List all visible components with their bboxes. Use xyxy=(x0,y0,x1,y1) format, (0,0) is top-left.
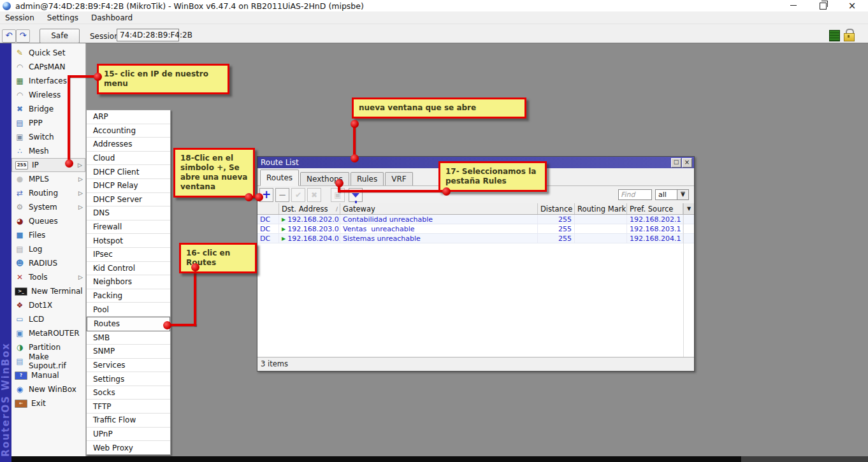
column-gateway[interactable]: Gateway xyxy=(340,203,538,214)
sidebar-item[interactable]: ▣ Switch ▷ xyxy=(11,130,85,144)
ip-submenu-item[interactable]: Settings xyxy=(87,372,170,386)
route-active-icon: ▶ xyxy=(282,226,286,232)
filter-scope-select[interactable]: all xyxy=(655,189,677,200)
ip-submenu-item[interactable]: Firewall xyxy=(87,220,170,235)
close-button[interactable]: × xyxy=(844,1,860,11)
ip-submenu-item[interactable]: Cloud xyxy=(87,152,170,166)
route-list-maximize-button[interactable]: □ xyxy=(671,158,681,168)
ip-submenu-item[interactable]: Packing xyxy=(87,289,170,303)
tools-icon: ✕ xyxy=(15,273,25,282)
sidebar-item[interactable]: ◠ CAPsMAN ▷ xyxy=(11,60,85,74)
ip-submenu-item-label: Kid Control xyxy=(93,264,135,273)
sidebar-item[interactable]: ▭ LCD ▷ xyxy=(11,312,85,326)
menu-session[interactable]: Session xyxy=(5,13,34,22)
ip-submenu-item[interactable]: Hotspot xyxy=(87,234,170,248)
dot1x-icon: ❖ xyxy=(15,301,25,310)
ip-submenu-item[interactable]: SMB xyxy=(87,331,170,345)
ip-submenu-item[interactable]: Kid Control xyxy=(87,262,170,276)
enable-button[interactable]: ✔ xyxy=(291,188,305,202)
sidebar-item[interactable]: ▤ Make Supout.rif ▷ xyxy=(11,354,85,368)
route-list-tab[interactable]: VRF xyxy=(385,172,412,185)
sidebar-item[interactable]: ∴ Mesh ▷ xyxy=(11,144,85,158)
ip-submenu-item[interactable]: Accounting xyxy=(87,124,170,138)
disable-button[interactable]: ✖ xyxy=(307,188,321,202)
restore-icon xyxy=(820,3,827,10)
manual-help-icon: ? xyxy=(15,372,27,380)
connector-dot xyxy=(94,73,102,81)
sidebar-item[interactable]: ● MPLS ▷ xyxy=(11,172,85,186)
sidebar-item-label: Mesh xyxy=(29,147,49,155)
sidebar-item[interactable]: ◠ Wireless ▷ xyxy=(11,88,85,102)
sidebar-item[interactable]: ▣ MetaROUTER ▷ xyxy=(11,326,85,340)
route-row[interactable]: DC ▶192.168.202.0... Contabilidad unreac… xyxy=(257,215,694,224)
sidebar-item[interactable]: ✕ Tools ▷ xyxy=(11,270,85,284)
ip-submenu-item-label: Web Proxy xyxy=(93,444,133,452)
route-flags: DC xyxy=(257,215,279,224)
sidebar-item[interactable]: >_ New Terminal ▷ xyxy=(11,284,85,298)
ip-submenu-item[interactable]: Web Proxy xyxy=(87,441,170,454)
ip-submenu-item[interactable]: Routes xyxy=(87,317,170,331)
sidebar-item[interactable]: ☻ RADIUS ▷ xyxy=(11,256,85,270)
sidebar-item[interactable]: ▤ Log ▷ xyxy=(11,242,85,256)
column-dst-address[interactable]: Dst. Address∕ xyxy=(279,203,340,214)
taskbar-strip-right xyxy=(741,456,868,462)
restore-button[interactable] xyxy=(814,1,831,11)
ip-submenu-item[interactable]: TFTP xyxy=(87,400,170,414)
sidebar-item[interactable]: ⇄ Routing ▷ xyxy=(11,186,85,200)
column-routing-mark[interactable]: Routing Mark xyxy=(575,203,627,214)
ip-submenu-item[interactable]: SNMP xyxy=(87,345,170,359)
session-field[interactable]: 74:4D:28:B9:F4:2B xyxy=(117,29,179,41)
sidebar-item[interactable]: ← Exit ▷ xyxy=(11,396,85,410)
ip-submenu-item-label: SMB xyxy=(93,333,110,342)
ip-submenu-item[interactable]: UPnP xyxy=(87,428,170,442)
sidebar-item-label: Routing xyxy=(29,189,58,198)
ip-submenu-item[interactable]: ARP xyxy=(87,110,170,124)
sidebar-item[interactable]: ◉ New WinBox ▷ xyxy=(11,382,85,396)
menubar: Session Settings Dashboard xyxy=(0,11,868,24)
remove-route-button[interactable]: − xyxy=(275,188,289,202)
menu-settings[interactable]: Settings xyxy=(47,13,78,22)
connector-line xyxy=(338,190,447,192)
sidebar-item[interactable]: ✖ Bridge ▷ xyxy=(11,102,85,116)
ip-submenu-item[interactable]: DHCP Client xyxy=(87,165,170,179)
column-chooser-button[interactable]: ▼ xyxy=(683,203,694,214)
sidebar-item[interactable]: ◕ Queues ▷ xyxy=(11,214,85,228)
sidebar-item[interactable]: ⚙ System ▷ xyxy=(11,200,85,214)
route-list-tab[interactable]: Rules xyxy=(351,172,384,185)
sidebar-item[interactable]: ❖ Dot1X ▷ xyxy=(11,298,85,312)
ip-submenu-item[interactable]: IPsec xyxy=(87,248,170,262)
route-gateway: Sistemas unreachable xyxy=(340,234,538,243)
sidebar-item[interactable]: 255 IP ▷ xyxy=(11,158,85,172)
route-list-close-button[interactable]: × xyxy=(682,158,692,168)
column-pref-source[interactable]: Pref. Source xyxy=(627,203,683,214)
ip-submenu-item[interactable]: Pool xyxy=(87,303,170,317)
column-distance[interactable]: Distance xyxy=(538,203,575,214)
route-row[interactable]: DC ▶192.168.203.0... Ventas unreachable … xyxy=(257,224,694,234)
cross-icon: ✖ xyxy=(311,191,317,199)
safe-mode-button[interactable]: Safe Mode xyxy=(40,29,80,43)
ip-submenu-item-label: DNS xyxy=(93,208,110,217)
column-flags[interactable] xyxy=(257,203,279,214)
ip-submenu-item[interactable]: Traffic Flow xyxy=(87,414,170,428)
ip-submenu-item[interactable]: Socks xyxy=(87,386,170,400)
sidebar-item[interactable]: ✎ Quick Set ▷ xyxy=(11,46,85,60)
minimize-button[interactable] xyxy=(785,1,802,11)
ip-submenu-item[interactable]: DNS xyxy=(87,206,170,220)
sidebar-item[interactable]: ▤ PPP ▷ xyxy=(11,116,85,130)
route-row[interactable]: DC ▶192.168.204.0... Sistemas unreachabl… xyxy=(257,234,694,243)
sidebar-item[interactable]: ■ Files ▷ xyxy=(11,228,85,242)
find-input[interactable] xyxy=(618,189,652,200)
redo-button[interactable]: ↷ xyxy=(16,29,30,43)
ip-submenu-item[interactable]: Neighbors xyxy=(87,275,170,289)
menu-dashboard[interactable]: Dashboard xyxy=(91,13,133,22)
ip-submenu-item[interactable]: DHCP Relay xyxy=(87,179,170,193)
check-icon: ✔ xyxy=(295,191,301,199)
ip-submenu-item[interactable]: Addresses xyxy=(87,138,170,152)
route-list-tab[interactable]: Routes xyxy=(260,170,299,186)
sidebar-item[interactable]: ? Manual ▷ xyxy=(11,368,85,382)
ip-submenu-item[interactable]: DHCP Server xyxy=(87,193,170,207)
route-routing-mark xyxy=(575,234,627,243)
undo-button[interactable]: ↶ xyxy=(2,29,16,43)
ip-submenu-item[interactable]: Services xyxy=(87,359,170,373)
dropdown-arrow-button[interactable]: ▼ xyxy=(677,189,689,200)
